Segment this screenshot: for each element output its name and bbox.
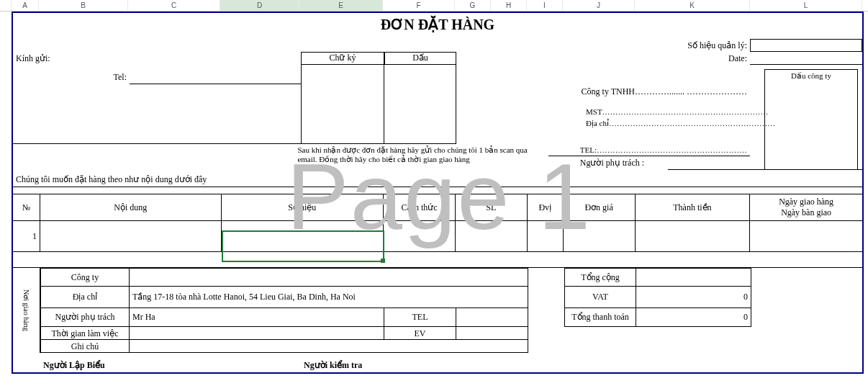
td-don-gia[interactable] bbox=[564, 221, 636, 251]
tel-left-value[interactable] bbox=[130, 71, 301, 84]
col-header-i[interactable]: I bbox=[527, 0, 563, 11]
table-row[interactable]: 1 bbox=[13, 220, 862, 252]
footer-ev-label: EV bbox=[384, 327, 456, 340]
footer-dia-chi-label: Địa chỉ bbox=[40, 287, 130, 308]
footer-ev-value[interactable] bbox=[456, 327, 528, 340]
date-label: Date: bbox=[606, 52, 750, 65]
footer-cong-ty-label: Công ty bbox=[40, 268, 130, 287]
td-ngay[interactable] bbox=[750, 221, 862, 251]
th-no: № bbox=[13, 194, 40, 220]
th-cach-thuc: Cách thức bbox=[384, 194, 456, 220]
footer-nguoi-phu-trach-value[interactable]: Mr Ha bbox=[130, 308, 384, 327]
col-header-j[interactable]: J bbox=[563, 0, 635, 11]
date-value[interactable] bbox=[750, 52, 862, 65]
th-ngay-1: Ngày giao hàng bbox=[779, 197, 833, 207]
tong-thanh-toan-label: Tổng thanh toán bbox=[564, 308, 636, 327]
nguoi-kiem-tra-label: Người kiểm tra bbox=[301, 359, 456, 372]
chu-ky-header: Chữ ký bbox=[301, 52, 384, 65]
footer-ghi-chu-label: Ghi chú bbox=[40, 340, 130, 353]
td-cach-thuc[interactable] bbox=[384, 221, 456, 251]
td-thanh-tien[interactable] bbox=[636, 221, 751, 251]
footer-thoi-gian-label: Thời gian làm việc bbox=[40, 327, 130, 340]
dau-header: Dấu bbox=[384, 52, 456, 65]
footer-cong-ty-value[interactable] bbox=[130, 268, 528, 287]
intro-text: Chúng tôi muốn đặt hàng theo như nội dun… bbox=[13, 170, 862, 187]
tel-left-label: Tel: bbox=[13, 71, 130, 84]
vat-value[interactable]: 0 bbox=[636, 287, 751, 308]
dau-cong-ty-box[interactable]: Dấu công ty bbox=[764, 69, 858, 170]
footer-tel-value[interactable] bbox=[456, 308, 528, 327]
col-header-b[interactable]: B bbox=[39, 0, 128, 11]
kinh-gui-label: Kính gửi: bbox=[13, 52, 301, 144]
dau-cong-ty-label: Dấu công ty bbox=[791, 71, 831, 80]
col-header-f[interactable]: F bbox=[383, 0, 455, 11]
so-hieu-quan-ly-value[interactable] bbox=[750, 39, 862, 52]
document-title: ĐƠN ĐẶT HÀNG bbox=[13, 13, 862, 39]
td-noi-dung[interactable] bbox=[40, 221, 222, 251]
col-header-k[interactable]: K bbox=[635, 0, 750, 11]
tong-cong-label: Tổng cộng bbox=[564, 268, 636, 287]
th-so-hieu: Số hiệu bbox=[222, 194, 384, 220]
td-no[interactable]: 1 bbox=[13, 221, 40, 251]
col-header-h[interactable]: H bbox=[491, 0, 527, 11]
tel-right: TEL:………………………………………………… bbox=[577, 144, 750, 156]
dau-box[interactable] bbox=[384, 65, 456, 144]
td-so-hieu[interactable] bbox=[222, 221, 384, 251]
worksheet[interactable]: Page 1 ĐƠN ĐẶT HÀNG Số hiệu quản lý: Kín… bbox=[12, 12, 864, 374]
footer-nguoi-phu-trach-label: Người phụ trách bbox=[40, 308, 130, 327]
footer-thoi-gian-value[interactable] bbox=[130, 327, 384, 340]
footer-tel-label: TEL bbox=[384, 308, 456, 327]
td-dvi[interactable] bbox=[528, 221, 564, 251]
col-header-a[interactable]: A bbox=[12, 0, 39, 11]
nguoi-lap-bieu-label: Người Lập Biểu bbox=[40, 359, 130, 372]
th-dvi: Đvị bbox=[528, 194, 564, 220]
th-noi-dung: Nội dung bbox=[40, 194, 222, 220]
th-ngay: Ngày giao hàng Ngày bàn giao bbox=[750, 194, 862, 220]
th-thanh-tien: Thành tiền bbox=[636, 194, 751, 220]
nguoi-phu-trach-right-label: Người phụ trách : bbox=[577, 156, 668, 170]
col-header-d[interactable]: D bbox=[220, 0, 299, 11]
chu-ky-box[interactable] bbox=[301, 65, 384, 144]
col-header-c[interactable]: C bbox=[128, 0, 220, 11]
so-hieu-quan-ly-label: Số hiệu quản lý: bbox=[563, 39, 750, 52]
footer-dia-chi-value[interactable]: Tầng 17-18 tòa nhà Lotte Hanoi, 54 Lieu … bbox=[130, 287, 528, 308]
col-header-e[interactable]: E bbox=[299, 0, 383, 11]
tong-thanh-toan-value[interactable]: 0 bbox=[636, 308, 751, 327]
column-header-row: A B C D E F G H I J K L bbox=[0, 0, 868, 12]
td-sl[interactable] bbox=[456, 221, 528, 251]
scan-note: Sau khi nhận được đơn đặt hàng hãy gửi c… bbox=[294, 144, 548, 170]
footer-ghi-chu-value[interactable] bbox=[130, 340, 528, 353]
th-sl: SL bbox=[456, 194, 528, 220]
vat-label: VAT bbox=[564, 287, 636, 308]
noi-giao-hang-vertical: Nơi giao hàng bbox=[13, 268, 40, 353]
tong-cong-value[interactable] bbox=[636, 268, 751, 287]
th-don-gia: Đơn giá bbox=[564, 194, 636, 220]
col-header-g[interactable]: G bbox=[455, 0, 491, 11]
th-ngay-2: Ngày bàn giao bbox=[781, 207, 831, 218]
col-header-l[interactable]: L bbox=[750, 0, 862, 11]
